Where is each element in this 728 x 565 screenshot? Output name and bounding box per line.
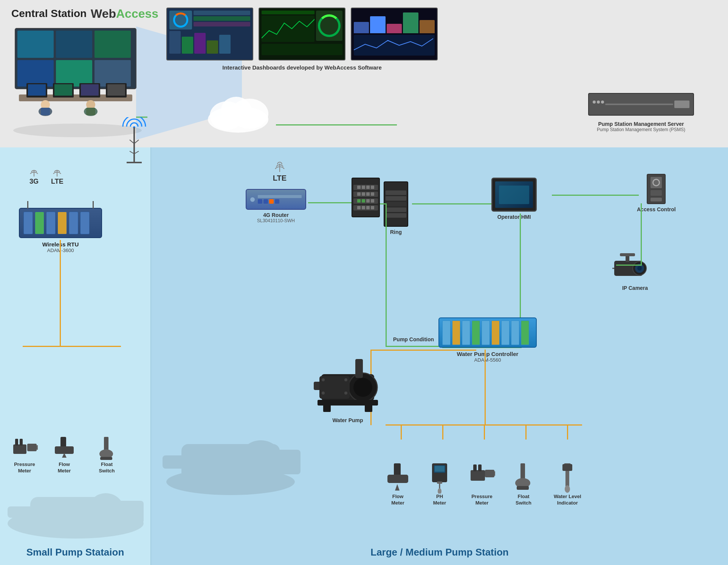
flow-meter-right: FlowMeter [386,463,410,506]
svg-marker-77 [395,484,400,491]
svg-rect-42 [37,445,38,450]
top-section: Central Station WebAccess [0,0,728,147]
svg-rect-4 [56,31,92,58]
flow-meter-left: FlowMeter [53,437,76,474]
line-to-float [91,346,121,347]
switch-to-switch-line [380,203,386,204]
dashboard-screen-2 [259,8,345,60]
svg-rect-39 [15,439,18,446]
cloud-to-server-line [276,124,397,125]
ph-meter-label: PHMeter [433,494,446,506]
svg-point-68 [322,392,325,395]
central-station-label: Central Station [11,8,87,20]
svg-rect-82 [437,481,442,484]
svg-point-67 [322,378,325,381]
v-to-ph [442,424,443,440]
svg-rect-5 [94,31,131,58]
antenna-svg [115,117,153,166]
router-device [246,189,306,210]
server-sublabel: Pump Station Management System (PSMS) [597,127,685,132]
ip-camera-label: IP Camera [622,285,648,291]
svg-rect-40 [20,439,23,446]
svg-rect-84 [471,470,485,481]
ring-to-wpc-horizontal [386,346,442,347]
ip-camera-area: IP Camera [612,253,658,291]
router-to-switch-line [308,202,353,203]
antenna-area [115,117,153,166]
access-control-label: Access Control [637,206,676,212]
camera-h-line [616,265,642,266]
svg-point-64 [353,378,372,397]
svg-rect-41 [27,444,37,451]
svg-rect-38 [13,444,26,454]
dashboard-screen-1 [166,8,253,60]
bottom-section: 3G LTE [0,147,728,565]
svg-point-58 [637,266,642,271]
wpc-orange-down [485,350,486,425]
svg-rect-60 [620,253,635,256]
webaccess-logo: WebAccess [91,7,158,21]
cloud-shape [200,89,276,136]
pump-condition-line [370,350,476,351]
tech-labels-area: 3G LTE [28,168,64,186]
svg-rect-11 [28,84,46,96]
ring-label: Ring [390,229,402,235]
svg-rect-95 [562,464,572,471]
v-to-flow [401,424,402,440]
water-pump-svg [314,359,382,416]
float-switch-right: FloatSwitch [512,463,535,506]
svg-rect-52 [8,506,38,518]
server-device [588,93,694,116]
svg-rect-15 [81,84,99,96]
access-control-device [647,174,666,204]
wpc-label: Water Pump Controller [457,351,519,357]
router-label: 4G Router [257,212,295,218]
svg-rect-91 [517,486,529,490]
wpc-area: Water Pump Controller ADAM-5560 [438,317,537,363]
svg-rect-89 [520,463,525,480]
hmi-label: Operator HMI [497,214,531,220]
server-rack-area: Pump Station Management Server Pump Stat… [588,93,694,132]
large-station-label: Large / Medium Pump Station [370,546,508,558]
router-model: SL30410110-SWH [257,218,295,223]
water-pump-area: Water Pump [314,359,382,423]
svg-rect-76 [387,475,408,483]
lte-right-label: LTE [273,174,287,183]
flow-meter-left-label: FlowMeter [58,461,71,474]
router-area: 4G Router SL30410110-SWH [246,189,306,223]
svg-rect-17 [107,84,125,96]
svg-rect-13 [54,84,72,96]
svg-point-94 [565,485,570,493]
right-panel-large-station: LTE 4G Router SL30410110-SWH [151,147,728,565]
v-to-water-level [567,424,568,440]
access-control-area: Access Control [637,174,676,212]
ring-switch-left [352,178,380,217]
pressure-meter-left-label: PressureMeter [14,461,35,474]
ring-to-wpc-vertical [386,203,387,347]
svg-rect-86 [478,464,482,471]
small-station-label: Small Pump Stataion [26,546,124,558]
svg-point-70 [344,392,347,395]
wpc-device [438,317,537,348]
svg-rect-53 [113,501,144,523]
svg-rect-85 [473,464,477,471]
svg-rect-7 [56,60,92,87]
pressure-meter-right: PressureMeter [469,463,495,506]
svg-point-83 [438,488,441,494]
hmi-device [491,178,537,212]
access-to-camera-line [641,203,642,266]
float-switch-left: FloatSwitch [96,437,117,474]
dashboard-area: Interactive Dashboards developed by WebA… [166,8,438,71]
left-panel-small-station: 3G LTE [0,147,151,565]
svg-rect-88 [494,471,495,476]
ring-switch-right-area: Ring [384,181,408,235]
rtu-device [19,208,102,238]
bg-pump-watermark [0,474,151,542]
svg-rect-100 [272,450,300,474]
hmi-area: Operator HMI [491,178,537,220]
svg-rect-23 [86,108,95,115]
hmi-to-access-line [552,195,639,196]
svg-rect-99 [163,455,189,469]
water-level-right: Water LevelIndicator [554,463,581,506]
svg-rect-8 [94,60,131,87]
